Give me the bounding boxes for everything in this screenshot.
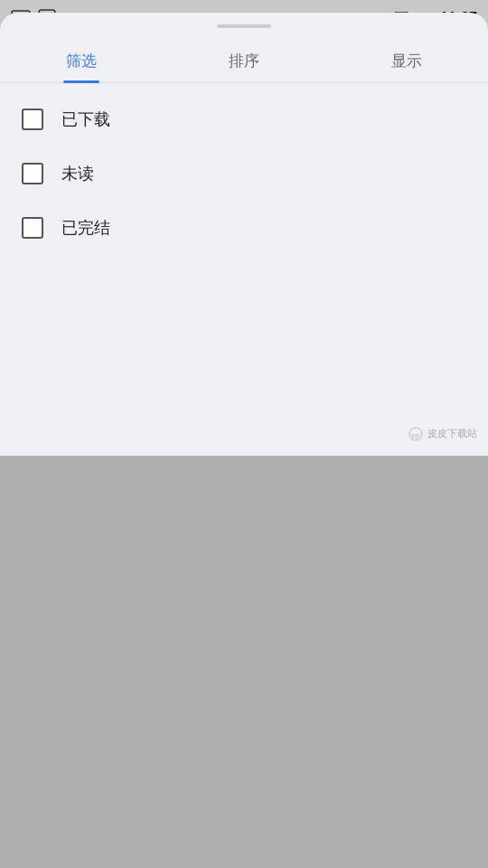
- watermark: pp 皮皮下载站: [408, 424, 477, 441]
- tab-display[interactable]: 显示: [325, 40, 488, 82]
- drag-handle-area[interactable]: [0, 13, 488, 40]
- filter-label-completed: 已完结: [61, 217, 110, 239]
- tab-sort[interactable]: 排序: [163, 40, 325, 82]
- tab-filter[interactable]: 筛选: [0, 40, 163, 82]
- filter-item-completed[interactable]: 已完结: [0, 201, 488, 255]
- main-content: 筛选 排序 显示 已下载 未读 已完结: [0, 94, 488, 456]
- filter-list: 已下载 未读 已完结: [0, 83, 488, 264]
- svg-text:pp: pp: [411, 431, 419, 439]
- filter-label-downloaded: 已下载: [61, 108, 110, 130]
- bottom-sheet: 筛选 排序 显示 已下载 未读 已完结: [0, 13, 488, 456]
- drag-handle: [217, 24, 271, 28]
- filter-item-unread[interactable]: 未读: [0, 146, 488, 201]
- checkbox-completed[interactable]: [22, 217, 43, 239]
- watermark-logo-icon: pp: [408, 427, 423, 441]
- filter-item-downloaded[interactable]: 已下载: [0, 92, 488, 146]
- checkbox-downloaded[interactable]: [22, 108, 43, 130]
- watermark-text: pp 皮皮下载站: [408, 428, 477, 439]
- checkbox-unread[interactable]: [22, 163, 43, 184]
- tabs-bar: 筛选 排序 显示: [0, 40, 488, 83]
- filter-label-unread: 未读: [61, 163, 94, 184]
